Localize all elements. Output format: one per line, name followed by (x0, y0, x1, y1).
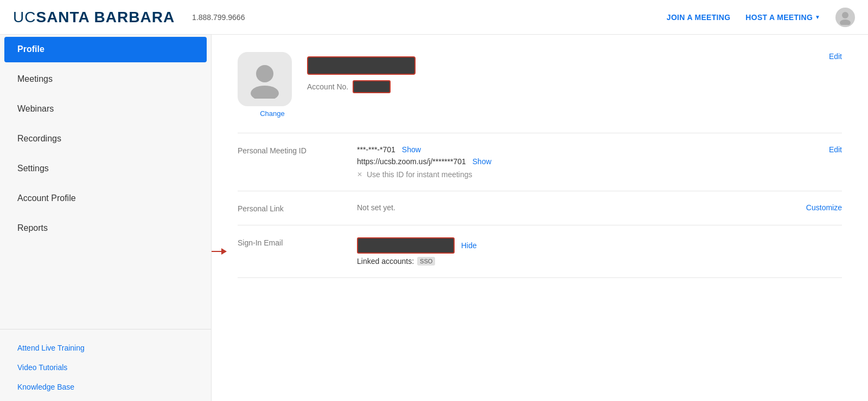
email-redacted (357, 237, 455, 254)
email-hide-link[interactable]: Hide (461, 241, 477, 250)
profile-top-section: Change Account No. Edit (238, 52, 842, 133)
sidebar-item-profile[interactable]: Profile (4, 37, 207, 62)
host-meeting-link[interactable]: HOST A MEETING (745, 13, 813, 22)
sidebar-item-webinars[interactable]: Webinars (0, 94, 211, 124)
avatar-large-icon (245, 60, 284, 99)
arrow-indicator (212, 248, 227, 255)
x-icon: ✕ (357, 171, 362, 178)
avatar-large (238, 52, 292, 106)
instant-meeting-row: ✕ Use this ID for instant meetings (357, 170, 842, 179)
profile-name-redacted (307, 56, 416, 75)
svg-point-3 (251, 86, 279, 99)
meeting-url-show-link[interactable]: Show (473, 157, 492, 166)
sidebar-footer: Attend Live Training Video Tutorials Kno… (0, 329, 211, 401)
personal-link-label: Personal Link (238, 203, 357, 213)
personal-link-customize[interactable]: Customize (806, 203, 842, 212)
meeting-url-row: https://ucsb.zoom.us/j/*******701 Show (357, 157, 842, 166)
main-content: Change Account No. Edit Personal Meeting… (212, 35, 868, 401)
email-row: Hide (357, 237, 842, 254)
arrow-line (212, 251, 221, 252)
instant-meeting-text: Use this ID for instant meetings (367, 170, 473, 179)
meeting-url: https://ucsb.zoom.us/j/*******701 (357, 157, 466, 166)
account-number-row: Account No. (307, 80, 842, 93)
arrow-head (221, 248, 227, 255)
sso-badge: SSO (417, 257, 435, 266)
logo-sb: SANTA BARBARA (36, 9, 175, 26)
linked-accounts-row: Linked accounts: SSO (357, 257, 842, 266)
join-meeting-link[interactable]: JOIN A MEETING (667, 13, 731, 22)
logo-uc: UC (13, 9, 36, 26)
meeting-id-edit-link[interactable]: Edit (829, 145, 842, 154)
sidebar-item-reports[interactable]: Reports (0, 214, 211, 243)
sidebar-item-recordings[interactable]: Recordings (0, 124, 211, 154)
avatar-section: Change (238, 52, 307, 118)
user-avatar[interactable] (835, 8, 855, 27)
meeting-id-masked: ***-***-*701 (357, 145, 395, 154)
host-meeting-container[interactable]: HOST A MEETING ▼ (745, 13, 820, 22)
svg-point-0 (842, 12, 848, 18)
personal-meeting-id-content: ***-***-*701 Show https://ucsb.zoom.us/j… (357, 145, 842, 179)
header: UC SANTA BARBARA 1.888.799.9666 JOIN A M… (0, 0, 868, 35)
chevron-down-icon: ▼ (815, 14, 820, 20)
phone-number: 1.888.799.9666 (192, 13, 667, 22)
header-actions: JOIN A MEETING HOST A MEETING ▼ (667, 8, 855, 27)
sign-in-email-label: Sign-In Email (238, 237, 357, 247)
sign-in-email-content: Hide Linked accounts: SSO (357, 237, 842, 266)
svg-point-2 (256, 65, 273, 82)
video-tutorials-link[interactable]: Video Tutorials (0, 358, 211, 377)
svg-point-1 (840, 20, 851, 25)
account-number-redacted (353, 80, 391, 93)
sidebar-item-account-profile[interactable]: Account Profile (0, 184, 211, 214)
avatar-change-link[interactable]: Change (260, 109, 285, 118)
linked-accounts-label: Linked accounts: (357, 257, 414, 266)
sidebar-nav: Profile Meetings Webinars Recordings Set… (0, 35, 211, 329)
personal-link-content: Not set yet. (357, 203, 842, 212)
sidebar-item-meetings[interactable]: Meetings (0, 64, 211, 94)
profile-edit-link[interactable]: Edit (829, 52, 842, 61)
sidebar-item-settings[interactable]: Settings (0, 154, 211, 184)
avatar-person-icon (838, 10, 853, 25)
attend-live-training-link[interactable]: Attend Live Training (0, 338, 211, 358)
account-no-label: Account No. (307, 82, 348, 91)
personal-link-row: Personal Link Not set yet. Customize (238, 191, 842, 225)
logo: UC SANTA BARBARA (13, 9, 175, 26)
sign-in-email-row: Sign-In Email Hide Linked accounts: SSO (238, 225, 842, 278)
personal-meeting-id-row: Personal Meeting ID ***-***-*701 Show ht… (238, 133, 842, 191)
meeting-id-show-link[interactable]: Show (402, 145, 421, 154)
not-set-text: Not set yet. (357, 203, 395, 212)
page-layout: Profile Meetings Webinars Recordings Set… (0, 35, 868, 401)
profile-info: Account No. (307, 52, 842, 93)
sidebar: Profile Meetings Webinars Recordings Set… (0, 35, 212, 401)
knowledge-base-link[interactable]: Knowledge Base (0, 377, 211, 397)
personal-meeting-id-label: Personal Meeting ID (238, 145, 357, 155)
meeting-id-row: ***-***-*701 Show (357, 145, 842, 154)
